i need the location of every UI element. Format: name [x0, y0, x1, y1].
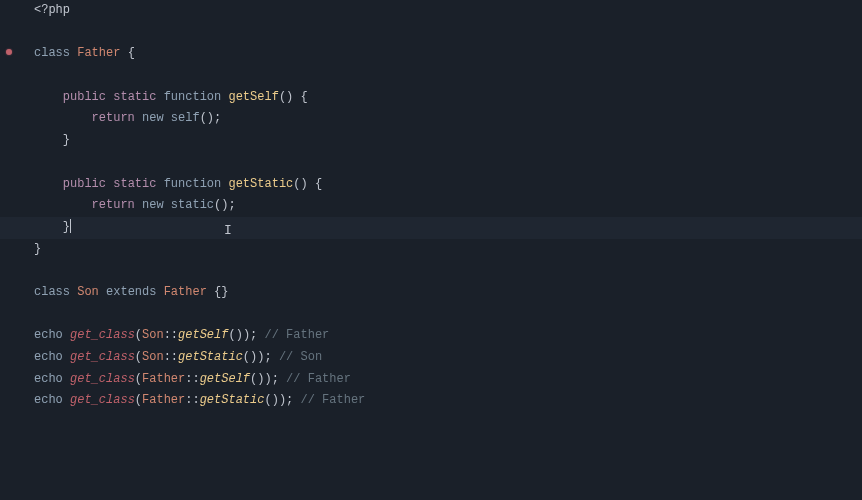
scope-op: :: [185, 393, 199, 407]
semicolon: ; [264, 350, 271, 364]
keyword-public: public [63, 90, 106, 104]
comment: // Father [264, 328, 329, 342]
scope-op: :: [185, 372, 199, 386]
code-line: } [34, 130, 862, 152]
text-caret-icon [70, 219, 71, 233]
parens: () [200, 111, 214, 125]
editor-gutter [0, 0, 18, 500]
keyword-echo: echo [34, 328, 63, 342]
keyword-return: return [92, 111, 135, 125]
method-call: getStatic [178, 350, 243, 364]
parens: () [228, 328, 242, 342]
code-line: return new self(); [34, 108, 862, 130]
class-ref: Father [142, 393, 185, 407]
code-line [34, 152, 862, 174]
scope-op: :: [164, 328, 178, 342]
keyword-new: new [142, 198, 164, 212]
i-beam-cursor-icon: I [224, 220, 232, 242]
code-line: class Father { [34, 43, 862, 65]
code-line: class Son extends Father {} [34, 282, 862, 304]
brace: } [34, 242, 41, 256]
brace: } [63, 220, 70, 234]
keyword-return: return [92, 198, 135, 212]
class-ref: Father [142, 372, 185, 386]
class-name: Son [77, 285, 99, 299]
keyword-function: function [164, 177, 222, 191]
function-name: getSelf [228, 90, 278, 104]
scope-op: :: [164, 350, 178, 364]
keyword-class: class [34, 46, 70, 60]
brace: { [301, 90, 308, 104]
paren: ) [243, 328, 250, 342]
semicolon: ; [228, 198, 235, 212]
paren: ( [135, 393, 142, 407]
keyword-function: function [164, 90, 222, 104]
function-call: get_class [70, 372, 135, 386]
keyword-echo: echo [34, 350, 63, 364]
keyword-static: static [171, 198, 214, 212]
code-line: echo get_class(Father::getStatic()); // … [34, 390, 862, 412]
comment: // Father [300, 393, 365, 407]
keyword-public: public [63, 177, 106, 191]
comment: // Son [279, 350, 322, 364]
semicolon: ; [286, 393, 293, 407]
code-line: return new static(); [34, 195, 862, 217]
paren: ) [279, 393, 286, 407]
class-ref: Son [142, 328, 164, 342]
semicolon: ; [250, 328, 257, 342]
parens: () [214, 198, 228, 212]
code-line [34, 260, 862, 282]
class-name: Father [77, 46, 120, 60]
function-call: get_class [70, 393, 135, 407]
method-call: getStatic [200, 393, 265, 407]
gutter-warning-marker[interactable] [0, 41, 18, 63]
code-line: echo get_class(Father::getSelf()); // Fa… [34, 369, 862, 391]
keyword-new: new [142, 111, 164, 125]
keyword-extends: extends [106, 285, 156, 299]
paren: ( [135, 350, 142, 364]
method-call: getSelf [200, 372, 250, 386]
function-call: get_class [70, 350, 135, 364]
keyword-echo: echo [34, 372, 63, 386]
parens: () [243, 350, 257, 364]
keyword-self: self [171, 111, 200, 125]
brace: { [128, 46, 135, 60]
parens: () [250, 372, 264, 386]
code-line: echo get_class(Son::getSelf()); // Fathe… [34, 325, 862, 347]
keyword-echo: echo [34, 393, 63, 407]
code-line: <?php [34, 0, 862, 22]
semicolon: ; [214, 111, 221, 125]
paren: ( [135, 372, 142, 386]
code-line [34, 65, 862, 87]
keyword-static: static [113, 177, 156, 191]
class-ref: Father [164, 285, 207, 299]
code-line: echo get_class(Son::getStatic()); // Son [34, 347, 862, 369]
keyword-static: static [113, 90, 156, 104]
code-line [34, 22, 862, 44]
paren: ( [135, 328, 142, 342]
code-editor[interactable]: <?php class Father { public static funct… [0, 0, 862, 412]
code-line-active: }I [0, 217, 862, 239]
function-call: get_class [70, 328, 135, 342]
brace: { [315, 177, 322, 191]
brace: } [63, 133, 70, 147]
comment: // Father [286, 372, 351, 386]
paren: ) [264, 372, 271, 386]
parens: () [279, 90, 293, 104]
keyword-class: class [34, 285, 70, 299]
class-ref: Son [142, 350, 164, 364]
code-line [34, 304, 862, 326]
parens: () [293, 177, 307, 191]
code-line: } [34, 239, 862, 261]
php-open-tag: <?php [34, 3, 70, 17]
semicolon: ; [272, 372, 279, 386]
code-line: public static function getStatic() { [34, 174, 862, 196]
code-line: public static function getSelf() { [34, 87, 862, 109]
method-call: getSelf [178, 328, 228, 342]
warning-dot-icon [6, 49, 12, 55]
function-name: getStatic [228, 177, 293, 191]
braces: {} [214, 285, 228, 299]
parens: () [264, 393, 278, 407]
